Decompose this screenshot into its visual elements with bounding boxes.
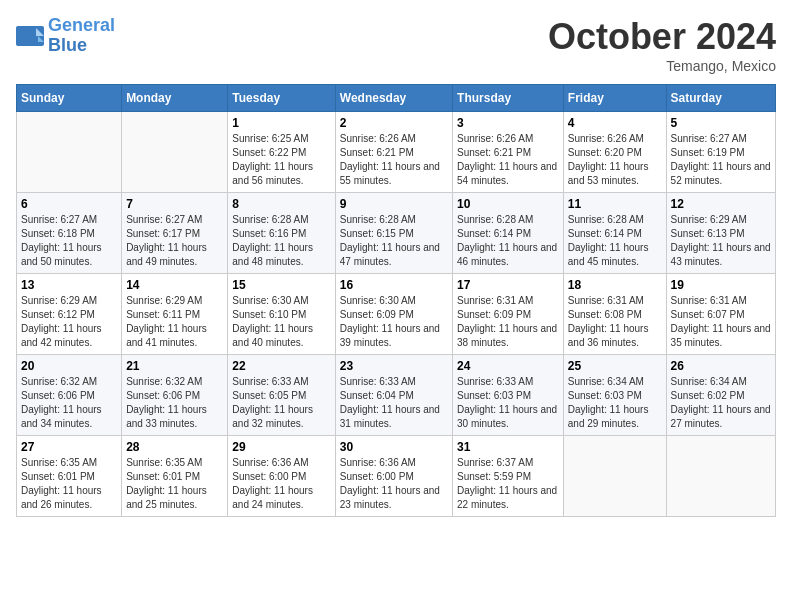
calendar-cell: 18Sunrise: 6:31 AM Sunset: 6:08 PM Dayli…	[563, 274, 666, 355]
day-number: 12	[671, 197, 771, 211]
day-info: Sunrise: 6:29 AM Sunset: 6:13 PM Dayligh…	[671, 213, 771, 269]
day-info: Sunrise: 6:31 AM Sunset: 6:08 PM Dayligh…	[568, 294, 662, 350]
calendar-cell: 30Sunrise: 6:36 AM Sunset: 6:00 PM Dayli…	[335, 436, 452, 517]
calendar-cell: 10Sunrise: 6:28 AM Sunset: 6:14 PM Dayli…	[453, 193, 564, 274]
day-info: Sunrise: 6:31 AM Sunset: 6:07 PM Dayligh…	[671, 294, 771, 350]
calendar-cell: 4Sunrise: 6:26 AM Sunset: 6:20 PM Daylig…	[563, 112, 666, 193]
calendar-week-row: 27Sunrise: 6:35 AM Sunset: 6:01 PM Dayli…	[17, 436, 776, 517]
day-info: Sunrise: 6:25 AM Sunset: 6:22 PM Dayligh…	[232, 132, 330, 188]
weekday-header: Sunday	[17, 85, 122, 112]
calendar-cell: 14Sunrise: 6:29 AM Sunset: 6:11 PM Dayli…	[122, 274, 228, 355]
day-info: Sunrise: 6:28 AM Sunset: 6:15 PM Dayligh…	[340, 213, 448, 269]
day-info: Sunrise: 6:29 AM Sunset: 6:12 PM Dayligh…	[21, 294, 117, 350]
day-number: 23	[340, 359, 448, 373]
calendar-cell: 9Sunrise: 6:28 AM Sunset: 6:15 PM Daylig…	[335, 193, 452, 274]
day-number: 4	[568, 116, 662, 130]
day-info: Sunrise: 6:33 AM Sunset: 6:03 PM Dayligh…	[457, 375, 559, 431]
day-number: 22	[232, 359, 330, 373]
day-info: Sunrise: 6:27 AM Sunset: 6:19 PM Dayligh…	[671, 132, 771, 188]
day-number: 7	[126, 197, 223, 211]
calendar-cell	[122, 112, 228, 193]
day-info: Sunrise: 6:35 AM Sunset: 6:01 PM Dayligh…	[126, 456, 223, 512]
day-number: 20	[21, 359, 117, 373]
weekday-header-row: SundayMondayTuesdayWednesdayThursdayFrid…	[17, 85, 776, 112]
calendar-cell: 6Sunrise: 6:27 AM Sunset: 6:18 PM Daylig…	[17, 193, 122, 274]
day-number: 15	[232, 278, 330, 292]
calendar-cell	[563, 436, 666, 517]
logo-text: General Blue	[48, 16, 115, 56]
day-number: 25	[568, 359, 662, 373]
day-number: 17	[457, 278, 559, 292]
calendar-cell: 16Sunrise: 6:30 AM Sunset: 6:09 PM Dayli…	[335, 274, 452, 355]
day-info: Sunrise: 6:26 AM Sunset: 6:21 PM Dayligh…	[340, 132, 448, 188]
logo-general: General	[48, 15, 115, 35]
day-info: Sunrise: 6:30 AM Sunset: 6:10 PM Dayligh…	[232, 294, 330, 350]
calendar-cell: 29Sunrise: 6:36 AM Sunset: 6:00 PM Dayli…	[228, 436, 335, 517]
logo-icon	[16, 26, 44, 46]
day-number: 9	[340, 197, 448, 211]
calendar-cell: 24Sunrise: 6:33 AM Sunset: 6:03 PM Dayli…	[453, 355, 564, 436]
day-number: 8	[232, 197, 330, 211]
calendar-cell: 11Sunrise: 6:28 AM Sunset: 6:14 PM Dayli…	[563, 193, 666, 274]
day-info: Sunrise: 6:32 AM Sunset: 6:06 PM Dayligh…	[21, 375, 117, 431]
location-subtitle: Temango, Mexico	[548, 58, 776, 74]
weekday-header: Tuesday	[228, 85, 335, 112]
day-number: 13	[21, 278, 117, 292]
day-number: 26	[671, 359, 771, 373]
day-number: 2	[340, 116, 448, 130]
calendar-cell: 28Sunrise: 6:35 AM Sunset: 6:01 PM Dayli…	[122, 436, 228, 517]
day-info: Sunrise: 6:27 AM Sunset: 6:18 PM Dayligh…	[21, 213, 117, 269]
calendar-cell: 15Sunrise: 6:30 AM Sunset: 6:10 PM Dayli…	[228, 274, 335, 355]
calendar-cell: 3Sunrise: 6:26 AM Sunset: 6:21 PM Daylig…	[453, 112, 564, 193]
day-info: Sunrise: 6:32 AM Sunset: 6:06 PM Dayligh…	[126, 375, 223, 431]
day-info: Sunrise: 6:36 AM Sunset: 6:00 PM Dayligh…	[232, 456, 330, 512]
calendar-cell: 26Sunrise: 6:34 AM Sunset: 6:02 PM Dayli…	[666, 355, 775, 436]
day-number: 16	[340, 278, 448, 292]
calendar-cell: 13Sunrise: 6:29 AM Sunset: 6:12 PM Dayli…	[17, 274, 122, 355]
calendar-cell: 1Sunrise: 6:25 AM Sunset: 6:22 PM Daylig…	[228, 112, 335, 193]
day-number: 3	[457, 116, 559, 130]
calendar-cell: 5Sunrise: 6:27 AM Sunset: 6:19 PM Daylig…	[666, 112, 775, 193]
calendar-week-row: 6Sunrise: 6:27 AM Sunset: 6:18 PM Daylig…	[17, 193, 776, 274]
calendar-cell: 25Sunrise: 6:34 AM Sunset: 6:03 PM Dayli…	[563, 355, 666, 436]
calendar-cell: 8Sunrise: 6:28 AM Sunset: 6:16 PM Daylig…	[228, 193, 335, 274]
day-number: 19	[671, 278, 771, 292]
day-number: 6	[21, 197, 117, 211]
weekday-header: Friday	[563, 85, 666, 112]
month-title: October 2024	[548, 16, 776, 58]
calendar-cell: 31Sunrise: 6:37 AM Sunset: 5:59 PM Dayli…	[453, 436, 564, 517]
day-info: Sunrise: 6:27 AM Sunset: 6:17 PM Dayligh…	[126, 213, 223, 269]
day-number: 31	[457, 440, 559, 454]
day-info: Sunrise: 6:28 AM Sunset: 6:14 PM Dayligh…	[568, 213, 662, 269]
logo-blue: Blue	[48, 35, 87, 55]
day-number: 28	[126, 440, 223, 454]
calendar-week-row: 13Sunrise: 6:29 AM Sunset: 6:12 PM Dayli…	[17, 274, 776, 355]
day-number: 5	[671, 116, 771, 130]
day-info: Sunrise: 6:36 AM Sunset: 6:00 PM Dayligh…	[340, 456, 448, 512]
day-info: Sunrise: 6:29 AM Sunset: 6:11 PM Dayligh…	[126, 294, 223, 350]
day-number: 14	[126, 278, 223, 292]
day-info: Sunrise: 6:26 AM Sunset: 6:21 PM Dayligh…	[457, 132, 559, 188]
day-number: 10	[457, 197, 559, 211]
calendar-cell	[666, 436, 775, 517]
day-number: 1	[232, 116, 330, 130]
calendar-week-row: 1Sunrise: 6:25 AM Sunset: 6:22 PM Daylig…	[17, 112, 776, 193]
day-number: 18	[568, 278, 662, 292]
day-info: Sunrise: 6:34 AM Sunset: 6:03 PM Dayligh…	[568, 375, 662, 431]
calendar-cell: 21Sunrise: 6:32 AM Sunset: 6:06 PM Dayli…	[122, 355, 228, 436]
calendar-cell: 19Sunrise: 6:31 AM Sunset: 6:07 PM Dayli…	[666, 274, 775, 355]
day-info: Sunrise: 6:31 AM Sunset: 6:09 PM Dayligh…	[457, 294, 559, 350]
calendar-table: SundayMondayTuesdayWednesdayThursdayFrid…	[16, 84, 776, 517]
calendar-week-row: 20Sunrise: 6:32 AM Sunset: 6:06 PM Dayli…	[17, 355, 776, 436]
page-header: General Blue October 2024 Temango, Mexic…	[16, 16, 776, 74]
day-info: Sunrise: 6:28 AM Sunset: 6:14 PM Dayligh…	[457, 213, 559, 269]
logo: General Blue	[16, 16, 115, 56]
day-number: 29	[232, 440, 330, 454]
title-block: October 2024 Temango, Mexico	[548, 16, 776, 74]
day-info: Sunrise: 6:26 AM Sunset: 6:20 PM Dayligh…	[568, 132, 662, 188]
calendar-cell: 23Sunrise: 6:33 AM Sunset: 6:04 PM Dayli…	[335, 355, 452, 436]
calendar-cell: 2Sunrise: 6:26 AM Sunset: 6:21 PM Daylig…	[335, 112, 452, 193]
day-info: Sunrise: 6:33 AM Sunset: 6:04 PM Dayligh…	[340, 375, 448, 431]
day-number: 21	[126, 359, 223, 373]
calendar-cell: 17Sunrise: 6:31 AM Sunset: 6:09 PM Dayli…	[453, 274, 564, 355]
